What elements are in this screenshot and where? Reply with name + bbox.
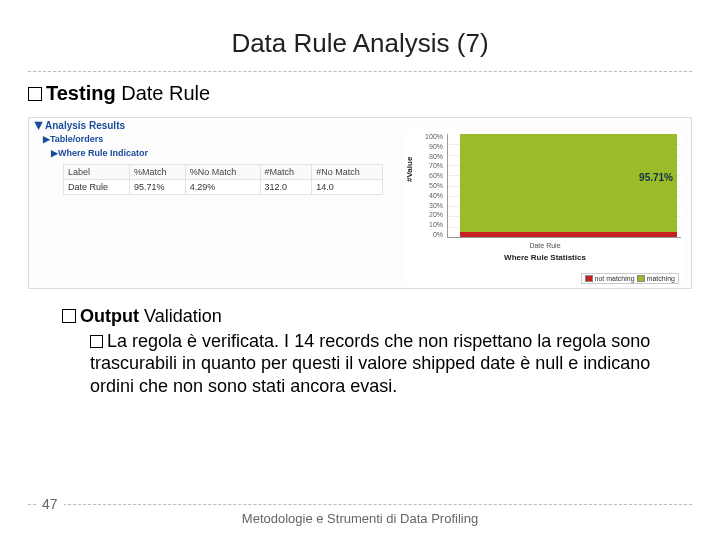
table-orders-node: ▶Table/orders xyxy=(43,134,103,144)
testing-rule: Date Rule xyxy=(121,82,210,104)
x-tick-label: Date Rule xyxy=(405,242,685,249)
bar-matching xyxy=(460,134,677,232)
output-body-text: regola è verificata. I 14 records che no… xyxy=(90,331,650,396)
tool-screenshot: ▶Analysis Results ▶Table/orders ▶Where R… xyxy=(28,117,692,289)
bullet-box-icon xyxy=(28,87,42,101)
slide-footer: 47 Metodologie e Strumenti di Data Profi… xyxy=(0,504,720,526)
chevron-down-icon: ▶ xyxy=(34,122,45,130)
divider xyxy=(28,71,692,72)
where-rule-chart: #Value 100%90%80%70%60%50%40%30%20%10%0%… xyxy=(405,130,685,286)
where-rule-indicator-node: ▶Where Rule Indicator xyxy=(51,148,148,158)
bar-not-matching xyxy=(460,232,677,237)
chart-title: Where Rule Statistics xyxy=(405,253,685,262)
y-axis-label: #Value xyxy=(405,157,414,182)
cell-nmatch: 312.0 xyxy=(260,180,312,195)
col-nmatch: #Match xyxy=(260,165,312,180)
table-row: Date Rule 95.71% 4.29% 312.0 14.0 xyxy=(64,180,383,195)
col-label: Label xyxy=(64,165,130,180)
chart-legend: not matching matching xyxy=(581,273,680,284)
chevron-down-icon: ▶ xyxy=(51,148,58,158)
y-ticks: 100%90%80%70%60%50%40%30%20%10%0% xyxy=(419,132,443,240)
results-table: Label %Match %No Match #Match #No Match … xyxy=(63,164,383,195)
col-nnomatch: #No Match xyxy=(312,165,383,180)
bullet-box-icon xyxy=(90,335,103,348)
cell-nnomatch: 14.0 xyxy=(312,180,383,195)
testing-prefix: Testing xyxy=(46,82,116,104)
bar-annotation: 95.71% xyxy=(639,172,673,183)
cell-pmatch: 95.71% xyxy=(129,180,185,195)
col-pnomatch: %No Match xyxy=(185,165,260,180)
chevron-down-icon: ▶ xyxy=(43,134,50,144)
output-section: Output Validation La regola è verificata… xyxy=(0,299,720,397)
page-number: 47 xyxy=(36,496,64,512)
slide-title: Data Rule Analysis (7) xyxy=(0,0,720,71)
legend-notmatching: not matching xyxy=(595,275,635,282)
legend-swatch-notmatching xyxy=(585,275,593,282)
table-header-row: Label %Match %No Match #Match #No Match xyxy=(64,165,383,180)
footer-text: Metodologie e Strumenti di Data Profilin… xyxy=(0,511,720,526)
output-body-prefix: La xyxy=(107,331,127,351)
cell-label: Date Rule xyxy=(64,180,130,195)
bullet-box-icon xyxy=(62,309,76,323)
output-head-suffix: Validation xyxy=(144,306,222,326)
plot-area: 95.71% xyxy=(447,134,681,238)
col-pmatch: %Match xyxy=(129,165,185,180)
legend-matching: matching xyxy=(647,275,675,282)
divider xyxy=(28,504,692,505)
cell-pnomatch: 4.29% xyxy=(185,180,260,195)
legend-swatch-matching xyxy=(637,275,645,282)
output-head-prefix: Output xyxy=(80,306,139,326)
analysis-results-header: ▶Analysis Results xyxy=(35,120,125,131)
testing-heading: Testing Date Rule xyxy=(0,82,720,113)
